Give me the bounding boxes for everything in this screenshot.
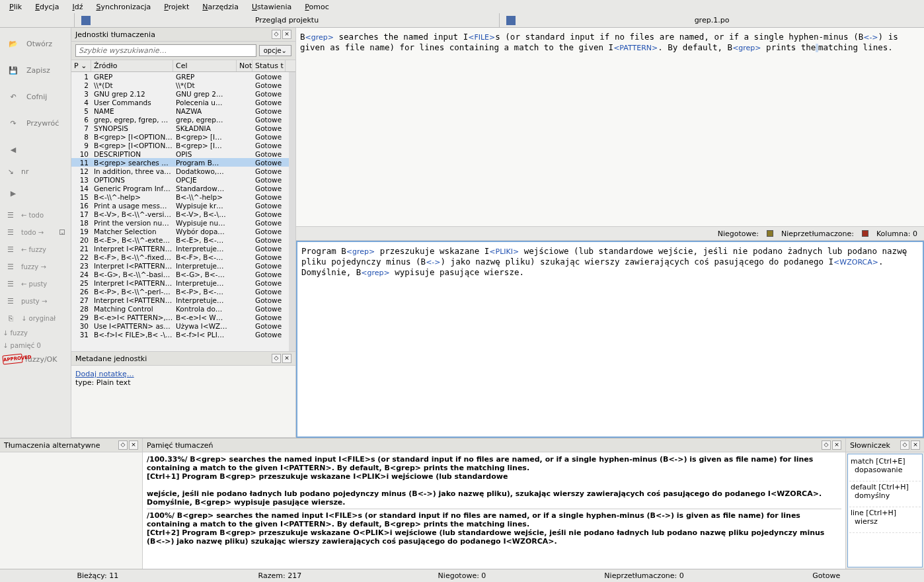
menu-edycja[interactable]: Edycja [28, 1, 65, 13]
prev-arrow-button[interactable]: ◀ [1, 136, 69, 163]
prev-empty-button[interactable]: ☰← pusty [1, 275, 69, 292]
gloss-title-label: Słowniczek [850, 441, 890, 450]
table-row[interactable]: 10DESCRIPTIONOPISGotowe [71, 149, 289, 158]
glossary-body[interactable]: match [Ctrl+E]dopasowaniedefault [Ctrl+H… [847, 454, 923, 567]
table-row[interactable]: 11B<grep> searches …Program B…Gotowe [71, 158, 289, 167]
undo-button[interactable]: ↶Cofnij [1, 83, 69, 110]
tab-project-overview[interactable]: Przegląd projektu [74, 13, 499, 27]
menu-idz[interactable]: Idź [65, 1, 89, 13]
chevron-down-icon[interactable]: ⌄ [59, 229, 65, 235]
next-arrow-button[interactable]: ▶ [1, 180, 69, 206]
table-row[interactable]: 18Print the version nu…Wypisuje nu…Gotow… [71, 218, 289, 227]
add-note-link[interactable]: Dodaj notatkę… [75, 370, 134, 378]
menu-ustawienia[interactable]: Ustawienia [245, 1, 298, 13]
table-row[interactable]: 2\\*(Dt\\*(DtGotowe [71, 81, 289, 89]
table-row[interactable]: 27Interpret I<PATTERN…Interpretuje…Gotow… [71, 296, 289, 304]
table-body[interactable]: 1GREPGREPGotowe2\\*(Dt\\*(DtGotowe3GNU g… [71, 72, 289, 351]
search-input[interactable] [75, 44, 256, 57]
tab-file[interactable]: grep.1.po [499, 13, 924, 27]
close-button[interactable]: × [129, 440, 138, 450]
tm-body[interactable]: /100.33%/ B<grep> searches the named inp… [143, 452, 845, 569]
diamond-button[interactable]: ◇ [118, 440, 128, 450]
glossary-item[interactable]: match [Ctrl+E]dopasowanie [849, 456, 921, 481]
col-zrodlo-header[interactable]: Źródło [91, 60, 173, 71]
glossary-item[interactable]: line [Ctrl+H]wiersz [849, 507, 921, 533]
tab-label: Przegląd projektu [255, 16, 319, 24]
col-status-header[interactable]: Status t [252, 60, 286, 71]
prev-fuzzy-button[interactable]: ☰← fuzzy [1, 241, 69, 258]
col-cel-header[interactable]: Cel [173, 60, 237, 71]
tm-insert-button[interactable]: ↓ pamięć 0 [1, 339, 69, 352]
arrow-left-green-icon: ◀ [3, 139, 24, 160]
todo-left-label: ← todo [21, 212, 44, 219]
open-button[interactable]: 📂Otwórz [1, 30, 69, 57]
nr-button[interactable]: ↘nr [1, 163, 69, 180]
table-row[interactable]: 12In addition, three va…Dodatkowo,…Gotow… [71, 167, 289, 175]
table-row[interactable]: 5NAMENAZWAGotowe [71, 106, 289, 115]
copy-icon: ⎘ [3, 312, 19, 324]
list-right-icon: ☰ [3, 295, 19, 307]
table-row[interactable]: 28Matching ControlKontrola do…Gotowe [71, 304, 289, 313]
tm-panel-title: Pamięć tłumaczeń ◇× [143, 438, 845, 452]
units-title-label: Jednostki tłumaczenia [75, 30, 155, 39]
col-p-header[interactable]: P ⌄ [71, 60, 91, 71]
table-row[interactable]: 31B<-f>I< FILE>,B< -\…B<-f>I< PLI…Gotowe [71, 330, 289, 339]
table-row[interactable]: 16Print a usage mess…Wypisuje kr…Gotowe [71, 201, 289, 210]
table-row[interactable]: 3GNU grep 2.12GNU grep 2…Gotowe [71, 89, 289, 98]
next-fuzzy-button[interactable]: ☰fuzzy → [1, 258, 69, 275]
next-todo-button[interactable]: ☰todo →⌄ [1, 224, 69, 241]
status-nieprzet: Nieprzetłumaczone: 0 [553, 571, 736, 580]
table-row[interactable]: 19Matcher SelectionWybór dopa…Gotowe [71, 227, 289, 235]
table-row[interactable]: 20B<-E>, B<-\\^-exte…B<-E>, B<-…Gotowe [71, 235, 289, 244]
glossary-item[interactable]: default [Ctrl+H]domyślny [849, 481, 921, 507]
diamond-button[interactable]: ◇ [900, 440, 909, 450]
copy-original-button[interactable]: ⎘↓ oryginał [1, 310, 69, 327]
table-row[interactable]: 29B<-e>I< PATTERN>,…B<-e>I< W…Gotowe [71, 313, 289, 321]
table-row[interactable]: 26B<-P>, B<-\\^-perl-…B<-P>, B<-…Gotowe [71, 287, 289, 296]
status-niegotowe: Niegotowe: 0 [371, 571, 553, 580]
target-editor[interactable]: Program B<grep> przeszukuje wskazane I<P… [296, 241, 924, 438]
close-button[interactable]: × [832, 440, 841, 450]
table-row[interactable]: 30Use I<PATTERN> as…Używa I<WZ…Gotowe [71, 321, 289, 330]
diamond-button[interactable]: ◇ [272, 354, 281, 363]
prev-todo-button[interactable]: ☰← todo [1, 206, 69, 224]
fuzzy-ok-button[interactable]: APPROVEDfuzzy/OK⌄ [1, 352, 69, 366]
table-row[interactable]: 7SYNOPSISSKŁADNIAGotowe [71, 124, 289, 132]
menu-projekt[interactable]: Projekt [157, 1, 196, 13]
table-row[interactable]: 8B<grep> [I<OPTION…B<grep> [I…Gotowe [71, 132, 289, 141]
table-row[interactable]: 24B<-G>, B<-\\^-basi…B<-G>, B<-…Gotowe [71, 270, 289, 278]
search-options-button[interactable]: opcje⌄ [259, 45, 291, 56]
table-row[interactable]: 9B<grep> [I<OPTION…B<grep> [I…Gotowe [71, 141, 289, 149]
redo-button[interactable]: ↷Przywróć [1, 110, 69, 136]
close-button[interactable]: × [282, 354, 291, 363]
close-button[interactable]: × [911, 440, 920, 450]
table-row[interactable]: 4User CommandsPolecenia u…Gotowe [71, 98, 289, 106]
save-button[interactable]: 💾Zapisz [1, 57, 69, 83]
table-row[interactable]: 22B<-F>, B<-\\^-fixed…B<-F>, B<-…Gotowe [71, 253, 289, 261]
table-row[interactable]: 23Interpret I<PATTERN…Interpretuje…Gotow… [71, 261, 289, 270]
diamond-button[interactable]: ◇ [822, 440, 831, 450]
table-row[interactable]: 21Interpret I<PATTERN…Interpretuje…Gotow… [71, 244, 289, 253]
table-row[interactable]: 1GREPGREPGotowe [71, 72, 289, 81]
diamond-button[interactable]: ◇ [272, 30, 281, 39]
close-button[interactable]: × [282, 30, 291, 39]
col-not-header[interactable]: Not [237, 60, 252, 71]
table-row[interactable]: 14Generic Program Inf…Standardow…Gotowe [71, 184, 289, 192]
menu-pomoc[interactable]: Pomoc [298, 1, 335, 13]
table-row[interactable]: 6grep, egrep, fgrep, …grep, egrep…Gotowe [71, 115, 289, 124]
table-row[interactable]: 17B<-V>, B<-\\^-versi…B<-V>, B<-\…Gotowe [71, 210, 289, 218]
fuzzy-btn-label: ↓ fuzzy [3, 329, 28, 337]
menu-narzedzia[interactable]: Narzędzia [196, 1, 245, 13]
redo-label: Przywróć [26, 119, 59, 128]
menu-sync[interactable]: Synchronizacja [89, 1, 157, 13]
next-empty-button[interactable]: ☰pusty → [1, 292, 69, 310]
document-icon [81, 16, 91, 25]
mark-fuzzy-button[interactable]: ↓ fuzzy [1, 327, 69, 339]
table-row[interactable]: 25Interpret I<PATTERN…Interpretuje…Gotow… [71, 278, 289, 287]
fuzzy-right-label: fuzzy → [21, 263, 46, 270]
table-row[interactable]: 13OPTIONSOPCJEGotowe [71, 175, 289, 184]
scrollbar[interactable] [289, 72, 295, 351]
alt-panel-title: Tłumaczenia alternatywne ◇× [0, 438, 142, 452]
table-row[interactable]: 15B<-\\^-help>B<-\\^-help>Gotowe [71, 192, 289, 201]
menu-plik[interactable]: Plik [3, 1, 28, 13]
